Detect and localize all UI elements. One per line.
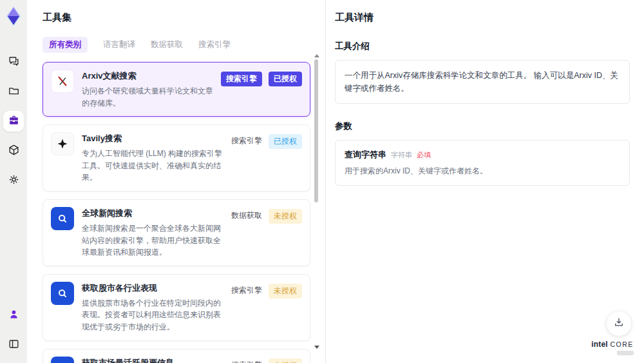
detail-title: 工具详情 (335, 12, 630, 24)
list-scrollbar[interactable] (314, 55, 319, 363)
sidebar-item-chat[interactable] (3, 52, 24, 72)
tool-card-most-active-stocks[interactable]: 获取市场最活跃股票信息 提供当天交易量最高的股票列表，投资者可以利用这些信息来识… (43, 349, 310, 363)
cube-icon (8, 144, 20, 159)
tool-description: 全球新闻搜索是一个聚合全球各大新闻网站内容的搜索引擎，帮助用户快速获取全球最新资… (82, 222, 223, 259)
params-heading: 参数 (335, 121, 630, 132)
tool-name: Arxiv文献搜索 (82, 70, 213, 82)
tool-list: Arxiv文献搜索 访问各个研究领域大量科学论文和文章的存储库。 搜索引擎 已授… (43, 62, 310, 363)
user-icon (8, 308, 20, 323)
content-area: 工具集 所有类别 语言翻译 数据获取 搜索引擎 Arxiv文献搜索 访问各个研究… (27, 0, 644, 363)
folder-icon (8, 84, 20, 99)
tab-data-fetch[interactable]: 数据获取 (151, 37, 183, 53)
tool-name: 全球新闻搜索 (82, 208, 223, 219)
panel-toggle-icon (8, 338, 20, 353)
tool-card-global-news[interactable]: 全球新闻搜索 全球新闻搜索是一个聚合全球各大新闻网站内容的搜索引擎，帮助用户快速… (43, 199, 310, 266)
status-badge: 已授权 (269, 134, 302, 149)
tavily-star-icon (51, 132, 74, 155)
app-logo (3, 5, 24, 27)
category-label: 数据获取 (231, 209, 262, 221)
status-badge: 未授权 (269, 209, 302, 224)
sidebar-item-plugins[interactable] (3, 141, 24, 161)
tab-translation[interactable]: 语言翻译 (103, 37, 135, 53)
tool-detail-panel: 工具详情 工具介绍 一个用于从Arxiv存储库搜索科学论文和文章的工具。 输入可… (326, 0, 644, 363)
sidebar-item-tools[interactable] (3, 111, 24, 132)
gear-icon (8, 173, 20, 188)
scrollbar-thumb[interactable] (314, 59, 318, 202)
tool-collection-panel: 工具集 所有类别 语言翻译 数据获取 搜索引擎 Arxiv文献搜索 访问各个研究… (27, 0, 325, 363)
intel-core-logo: intel CORE (591, 338, 634, 355)
sidebar-item-user[interactable] (3, 305, 24, 326)
tab-search-engine[interactable]: 搜索引擎 (198, 37, 231, 53)
param-name: 查询字符串 (345, 149, 386, 161)
category-label: 搜索引擎 (231, 358, 262, 363)
tool-description: 专为人工智能代理 (LLM) 构建的搜索引擎工具。可快速提供实时、准确和真实的结… (82, 148, 223, 184)
tool-name: 获取股市各行业表现 (82, 282, 223, 294)
param-required-flag: 必填 (417, 150, 431, 160)
download-icon (613, 317, 625, 331)
category-label: 搜索引擎 (231, 134, 262, 146)
tool-description: 提供股票市场各个行业在特定时间段内的表现。投资者可以利用这些信息来识别表现优于或… (82, 297, 223, 333)
toolbox-icon (8, 114, 20, 129)
scroll-up-arrow[interactable] (314, 54, 319, 57)
sidebar-item-files[interactable] (3, 81, 24, 102)
scroll-down-arrow[interactable] (314, 346, 319, 349)
category-label: 搜索引擎 (231, 284, 262, 296)
param-type: 字符串 (391, 150, 412, 160)
brand-core-text: CORE (610, 340, 633, 348)
tab-all-categories[interactable]: 所有类别 (43, 37, 88, 53)
tool-card-sector-performance[interactable]: 获取股市各行业表现 提供股票市场各个行业在特定时间段内的表现。投资者可以利用这些… (43, 274, 310, 341)
tool-name: 获取市场最活跃股票信息 (82, 357, 223, 363)
arxiv-icon (51, 70, 74, 93)
status-badge: 未授权 (269, 284, 302, 299)
chat-icon (8, 55, 20, 70)
page-title: 工具集 (43, 12, 325, 24)
intro-text: 一个用于从Arxiv存储库搜索科学论文和文章的工具。 输入可以是Arxiv ID… (345, 69, 620, 95)
sidebar-item-collapse[interactable] (3, 335, 24, 355)
stock-search-icon (51, 282, 74, 305)
brand-intel-text: intel (591, 340, 608, 349)
tool-description: 访问各个研究领域大量科学论文和文章的存储库。 (82, 85, 213, 109)
download-button[interactable] (607, 311, 631, 336)
intro-heading: 工具介绍 (335, 41, 630, 52)
news-search-icon (51, 207, 74, 230)
stock-search-icon (51, 357, 74, 363)
status-badge: 未授权 (269, 358, 302, 363)
tool-name: Tavily搜索 (82, 133, 223, 144)
sidebar-item-settings[interactable] (3, 170, 24, 191)
tool-card-tavily[interactable]: Tavily搜索 专为人工智能代理 (LLM) 构建的搜索引擎工具。可快速提供实… (43, 124, 310, 191)
intro-box: 一个用于从Arxiv存储库搜索科学论文和文章的工具。 输入可以是Arxiv ID… (335, 60, 630, 104)
category-badge: 搜索引擎 (221, 72, 262, 86)
tool-card-arxiv[interactable]: Arxiv文献搜索 访问各个研究领域大量科学论文和文章的存储库。 搜索引擎 已授… (43, 62, 310, 117)
status-badge: 已授权 (269, 72, 302, 86)
left-sidebar (0, 0, 27, 363)
param-description: 用于搜索的Arxiv ID、关键字或作者姓名。 (345, 166, 620, 177)
param-box: 查询字符串 字符串 必填 用于搜索的Arxiv ID、关键字或作者姓名。 (335, 140, 630, 186)
brand-sub-mark (617, 351, 634, 355)
category-tabs: 所有类别 语言翻译 数据获取 搜索引擎 (43, 37, 325, 53)
